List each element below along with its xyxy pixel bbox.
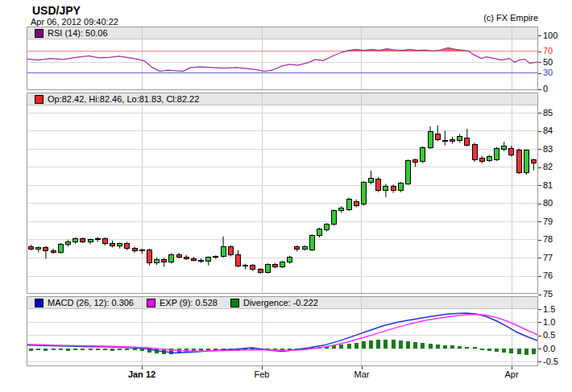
rsi-panel: RSI (14): 50.06 bbox=[27, 27, 538, 90]
timestamp: Apr 06, 2012 09:40:22 bbox=[31, 17, 118, 27]
divergence-bar bbox=[133, 349, 137, 350]
y-axis-label: 83 bbox=[543, 145, 553, 154]
y-axis-tick bbox=[538, 240, 541, 241]
y-axis-tick bbox=[538, 336, 541, 336]
y-axis-tick bbox=[538, 167, 541, 168]
y-axis-label: 0 bbox=[543, 85, 548, 93]
rsi-legend-label: RSI (14): 50.06 bbox=[48, 28, 108, 38]
candle-up bbox=[495, 148, 499, 159]
y-axis-label: 0.5 bbox=[543, 331, 555, 340]
y-axis-label: 81 bbox=[543, 181, 553, 190]
candle-up bbox=[73, 239, 78, 242]
divergence-legend-label: Divergence: -0.222 bbox=[243, 298, 318, 307]
candle-down bbox=[450, 139, 455, 141]
candle-up bbox=[118, 243, 122, 246]
divergence-bar bbox=[103, 349, 107, 350]
candle-down bbox=[51, 250, 56, 252]
divergence-bar bbox=[362, 341, 366, 349]
candle-up bbox=[95, 238, 100, 240]
candle-up bbox=[139, 250, 144, 251]
x-axis-label: Feb bbox=[255, 370, 270, 379]
y-axis-tick bbox=[538, 185, 541, 186]
exp-legend-label: EXP (9): 0.528 bbox=[160, 298, 218, 307]
y-axis-label: -0.5 bbox=[543, 357, 558, 366]
candle-down bbox=[435, 134, 440, 140]
candle-down bbox=[81, 239, 85, 242]
y-axis-label: 85 bbox=[543, 109, 553, 118]
candle-down bbox=[472, 145, 477, 160]
price-panel: Op:82.42, Hi:82.46, Lo:81.83, Cl:82.22 bbox=[27, 93, 538, 294]
divergence-bar bbox=[473, 347, 477, 349]
y-axis-label: 50 bbox=[543, 58, 553, 67]
candle-up bbox=[213, 256, 218, 257]
macd-legend-swatch bbox=[35, 299, 44, 307]
candle-up bbox=[302, 246, 307, 249]
divergence-bar bbox=[29, 349, 33, 351]
y-axis-tick bbox=[538, 204, 541, 204]
candle-up bbox=[155, 259, 160, 263]
candle-up bbox=[487, 156, 491, 160]
candle-up bbox=[383, 186, 388, 190]
candle-up bbox=[361, 183, 366, 204]
candle-up bbox=[221, 246, 226, 256]
candle-down bbox=[251, 265, 255, 270]
divergence-bar bbox=[517, 349, 521, 354]
candle-down bbox=[258, 270, 263, 272]
price-legend-label: Op:82.42, Hi:82.46, Lo:81.83, Cl:82.22 bbox=[48, 94, 199, 104]
divergence-bar bbox=[118, 349, 122, 350]
candle-up bbox=[243, 265, 248, 266]
exp-legend-swatch bbox=[147, 299, 155, 307]
candle-down bbox=[176, 254, 181, 257]
candle-down bbox=[376, 179, 381, 190]
y-axis-label: 75 bbox=[543, 290, 553, 299]
divergence-bar bbox=[524, 349, 528, 355]
y-axis-label: 70 bbox=[543, 47, 553, 56]
divergence-bar bbox=[443, 345, 447, 349]
copyright: (c) FX Empire bbox=[483, 13, 538, 23]
divergence-bar bbox=[125, 349, 129, 350]
y-axis-tick bbox=[538, 52, 541, 52]
chart-root: USD/JPY Apr 06, 2012 09:40:22 (c) FX Emp… bbox=[0, 0, 572, 392]
candle-up bbox=[88, 240, 93, 241]
candle-up bbox=[36, 248, 41, 249]
divergence-bar bbox=[480, 349, 484, 350]
y-axis-label: 30 bbox=[543, 68, 553, 77]
candle-down bbox=[354, 202, 359, 206]
divergence-bar bbox=[206, 349, 210, 350]
divergence-bar bbox=[532, 349, 536, 354]
candle-down bbox=[162, 259, 167, 262]
divergence-bar bbox=[458, 346, 462, 349]
divergence-bar bbox=[199, 349, 203, 351]
y-axis-label: 1.0 bbox=[543, 318, 555, 327]
y-axis-tick bbox=[538, 62, 541, 63]
divergence-bar bbox=[81, 349, 85, 350]
divergence-bar bbox=[36, 349, 40, 350]
divergence-bar bbox=[421, 343, 425, 349]
candle-up bbox=[317, 229, 321, 235]
candle-up bbox=[346, 199, 351, 210]
y-axis-tick bbox=[538, 309, 541, 310]
divergence-legend-swatch bbox=[230, 299, 239, 307]
y-axis-tick bbox=[538, 131, 541, 132]
y-axis-label: 76 bbox=[543, 271, 553, 280]
page-title: USD/JPY bbox=[32, 4, 81, 17]
candle-up bbox=[524, 150, 528, 173]
y-axis-label: 79 bbox=[543, 217, 553, 226]
macd-legend-label: MACD (26, 12): 0.306 bbox=[48, 298, 134, 307]
exp-line bbox=[27, 315, 537, 352]
y-axis-tick bbox=[538, 221, 541, 222]
rsi-legend-swatch bbox=[35, 29, 44, 38]
divergence-bar bbox=[399, 340, 403, 349]
candle-down bbox=[191, 258, 196, 260]
divergence-bar bbox=[502, 349, 506, 353]
candle-up bbox=[169, 254, 174, 262]
candle-up bbox=[325, 225, 330, 230]
divergence-bar bbox=[96, 349, 100, 350]
candle-down bbox=[465, 138, 470, 145]
candle-down bbox=[147, 250, 151, 263]
divergence-bar bbox=[52, 349, 56, 350]
divergence-bar bbox=[354, 343, 359, 349]
y-axis-tick bbox=[538, 295, 541, 295]
y-axis-label: 0.0 bbox=[543, 345, 555, 353]
candle-down bbox=[516, 150, 521, 173]
